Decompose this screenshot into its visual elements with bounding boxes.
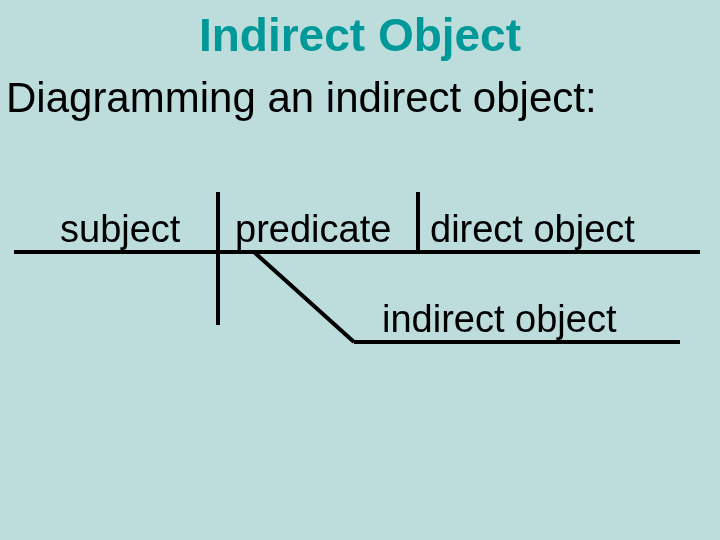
sentence-diagram bbox=[0, 0, 720, 540]
indirect-object-slant bbox=[254, 252, 354, 342]
